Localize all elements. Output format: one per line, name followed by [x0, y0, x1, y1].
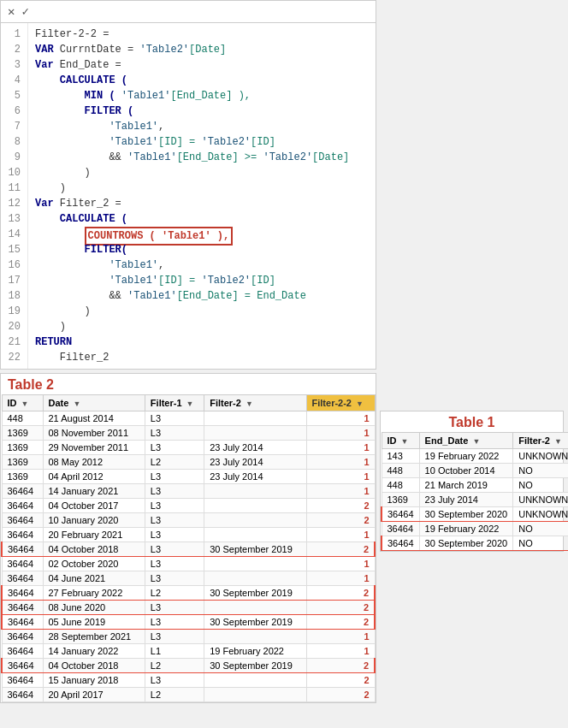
line-number: 17 — [4, 273, 21, 288]
table1-col-header[interactable]: Filter-2 ▼ — [513, 433, 568, 449]
table-row: 44821 August 2014L31 — [2, 411, 375, 426]
line-number: 14 — [4, 227, 21, 242]
table-row: 3646420 February 2021L31 — [2, 528, 375, 542]
code-token — [35, 136, 109, 148]
table2-col-header[interactable]: Filter-1 ▼ — [145, 395, 204, 411]
code-line: COUNTROWS ( 'Table1' ), — [35, 227, 369, 242]
code-line: ) — [35, 165, 369, 181]
code-token: [ID] — [251, 275, 275, 287]
table-row: 3646404 October 2018L230 September 20192 — [2, 659, 375, 673]
table-cell: 30 September 2020 — [419, 536, 513, 551]
table-row: 3646410 January 2020L32 — [2, 513, 375, 528]
table-row: 3646427 February 2022L230 September 2019… — [2, 586, 375, 601]
code-token: 'Table1' — [109, 136, 158, 148]
table-cell: 04 June 2021 — [43, 571, 145, 586]
table-cell: 2 — [306, 615, 375, 630]
table-row: 44810 October 2014NO — [382, 464, 568, 478]
code-editor: ✕ ✓ 12345678910111213141516171819202122 … — [0, 0, 376, 370]
table-cell: 1369 — [382, 493, 419, 507]
table-cell: 04 October 2017 — [43, 499, 145, 513]
table-cell: L3 — [145, 470, 204, 484]
table-row: 3646414 January 2022L119 February 20221 — [2, 644, 375, 659]
table-cell: L3 — [145, 571, 204, 586]
table2-col-header[interactable]: Filter-2-2 ▼ — [306, 395, 375, 411]
table-cell: NO — [513, 522, 568, 536]
table-cell — [204, 571, 306, 586]
table-cell: L3 — [145, 601, 204, 615]
table-cell: 36464 — [2, 601, 43, 615]
table-cell: L2 — [145, 586, 204, 601]
code-token — [35, 259, 109, 271]
table-cell: NO — [513, 478, 568, 493]
check-icon[interactable]: ✓ — [21, 4, 28, 19]
table-cell: 1 — [306, 470, 375, 484]
code-line: CALCULATE ( — [35, 211, 369, 227]
table-cell: 19 February 2022 — [419, 522, 513, 536]
table-row: 3646430 September 2020NO — [382, 536, 568, 551]
table-cell: 21 March 2019 — [419, 478, 513, 493]
table-cell: L2 — [145, 688, 204, 702]
table-cell: NO — [513, 464, 568, 478]
code-line: MIN ( 'Table1'[End_Date] ), — [35, 88, 369, 104]
code-token: [Date] — [312, 151, 349, 163]
table-cell: 2 — [306, 673, 375, 688]
code-token: 'Table2' — [263, 151, 312, 163]
table2-title: Table 2 — [1, 374, 376, 394]
table-cell: 10 January 2020 — [43, 513, 145, 528]
table-cell — [204, 601, 306, 615]
table-cell: 2 — [306, 586, 375, 601]
table2-col-header[interactable]: ID ▼ — [2, 395, 43, 411]
table1-col-header[interactable]: End_Date ▼ — [419, 433, 513, 449]
code-token: CurrntDate = — [60, 44, 140, 56]
table-cell: 1369 — [2, 470, 43, 484]
table-row: 136908 November 2011L31 — [2, 426, 375, 441]
code-line: Var End_Date = — [35, 57, 369, 73]
table-cell: 1 — [306, 571, 375, 586]
table2-col-header[interactable]: Date ▼ — [43, 395, 145, 411]
table-cell: 08 June 2020 — [43, 601, 145, 615]
table-cell: 30 September 2019 — [204, 586, 306, 601]
table-cell: 36464 — [2, 644, 43, 659]
code-token: ) — [35, 321, 66, 333]
code-token: 'Table1' — [109, 121, 158, 133]
code-line: Filter_2 — [35, 350, 369, 365]
table-cell: L2 — [145, 455, 204, 470]
table-cell: 36464 — [2, 542, 43, 557]
table1-col-header[interactable]: ID ▼ — [382, 433, 419, 449]
close-icon[interactable]: ✕ — [8, 4, 15, 19]
code-token: Filter-2-2 = — [35, 28, 109, 40]
table-cell — [204, 528, 306, 542]
code-token: CALCULATE ( — [35, 213, 127, 225]
code-line: FILTER ( — [35, 104, 369, 119]
code-line: ) — [35, 181, 369, 196]
code-token: 'Table2' — [201, 136, 251, 148]
table-cell — [204, 673, 306, 688]
table-row: 3646402 October 2020L31 — [2, 557, 375, 571]
table-cell: 1 — [306, 557, 375, 571]
table-cell: 1 — [306, 426, 375, 441]
code-token: FILTER( — [35, 244, 127, 256]
table-cell: 36464 — [2, 528, 43, 542]
line-number: 13 — [4, 211, 21, 227]
code-line: 'Table1'[ID] = 'Table2'[ID] — [35, 273, 369, 288]
table-cell: 27 February 2022 — [43, 586, 145, 601]
table-cell: 23 July 2014 — [204, 455, 306, 470]
table-row: 136904 April 2012L323 July 20141 — [2, 470, 375, 484]
table-row: 3646430 September 2020UNKNOWN — [382, 507, 568, 522]
table-cell: 19 February 2022 — [419, 449, 513, 464]
table-cell: 28 September 2021 — [43, 630, 145, 644]
code-line: VAR CurrntDate = 'Table2'[Date] — [35, 42, 369, 57]
line-number: 22 — [4, 350, 21, 365]
code-token: CALCULATE ( — [35, 74, 127, 86]
table-cell: L3 — [145, 441, 204, 455]
line-number: 18 — [4, 288, 21, 304]
table-cell: UNKNOWN — [513, 507, 568, 522]
table2-col-header[interactable]: Filter-2 ▼ — [204, 395, 306, 411]
code-token: [ID] = — [158, 136, 201, 148]
line-number: 12 — [4, 196, 21, 211]
code-token: , — [158, 259, 164, 271]
table-cell: L3 — [145, 557, 204, 571]
code-token: ) — [35, 305, 91, 317]
table-cell: 1 — [306, 528, 375, 542]
table-cell: 10 October 2014 — [419, 464, 513, 478]
